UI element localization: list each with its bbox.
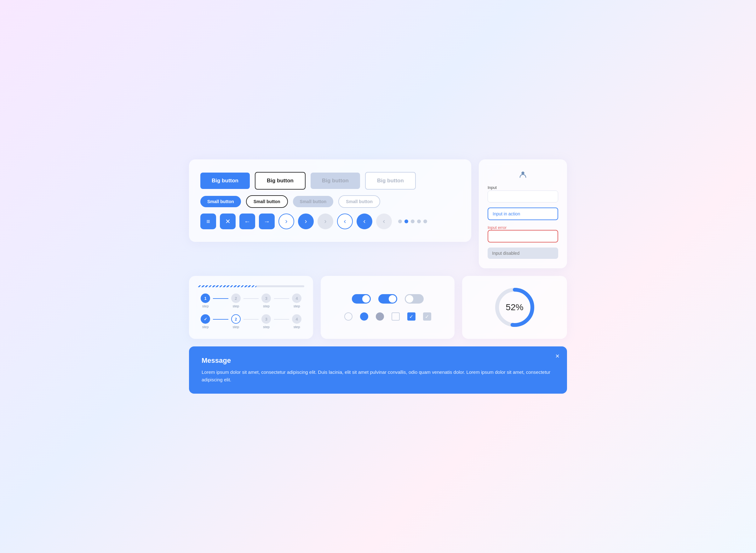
step2-3-circle[interactable]: 3 [261,314,271,324]
close-icon-button[interactable]: ✕ [220,214,236,229]
checkbox-row: ✓ ✓ [329,312,446,321]
big-buttons-row: Big button Big button Big button Big but… [200,172,460,189]
step2-1-label: step [202,325,209,329]
chevron-right-outline-button[interactable]: › [279,214,294,229]
big-button-outline[interactable]: Big button [255,172,306,189]
step2-1-circle[interactable]: ✓ [201,314,210,324]
dot-2[interactable] [404,220,408,223]
progress-circle-panel: 52% [462,276,567,339]
chevron-left-filled-button[interactable]: ‹ [357,214,372,229]
step2-2-circle[interactable]: 2 [231,314,241,324]
toggle-knob-2 [389,295,396,303]
progress-circle-text: 52% [506,302,524,312]
input-disabled-field [487,247,558,259]
step2-connector-2-3 [243,319,258,320]
step-connector-3-4 [274,298,289,299]
toggle-on-1[interactable] [352,294,371,304]
big-button-disabled-outline: Big button [365,172,416,189]
small-button-disabled-outline: Small button [338,195,380,208]
step2-4-circle[interactable]: 4 [292,314,301,324]
step2-2-label: step [232,325,239,329]
checkbox-checked-gray: ✓ [423,312,431,321]
step2-connector-1-2 [213,319,228,320]
message-close-button[interactable]: × [555,353,559,360]
message-banner: × Message Lorem ipsum dolor sit amet, co… [189,346,567,394]
step-1-circle[interactable]: 1 [201,294,210,303]
stepper-panel: 1 step 2 step 3 step 4 [189,276,313,339]
top-section: Big button Big button Big button Big but… [189,159,567,268]
input-panel: Input Input error [479,159,567,268]
message-title: Message [202,357,554,365]
radio-filled[interactable] [360,312,368,321]
dot-1[interactable] [398,220,402,223]
checkbox-empty[interactable] [391,312,400,321]
arrow-left-icon-button[interactable]: ← [239,214,255,229]
toggle-row [329,294,446,304]
input-normal-group: Input [487,185,558,203]
big-button-primary[interactable]: Big button [200,173,250,189]
menu-icon-button[interactable]: ≡ [200,214,216,229]
main-container: Big button Big button Big button Big but… [189,159,567,394]
message-body: Lorem ipsum dolor sit amet, consectetur … [202,369,554,384]
chevron-right-filled-button[interactable]: › [298,214,314,229]
progress-bar-fill [198,285,256,287]
stepper-row-1: 1 step 2 step 3 step 4 [198,294,304,308]
chevron-left-disabled-button: ‹ [376,214,392,229]
stepper-steps-2: ✓ step 2 step 3 step 4 [198,314,304,329]
input-error-field[interactable] [487,230,558,242]
big-button-disabled-filled: Big button [311,173,360,189]
step-2-label: step [232,304,239,308]
progress-bar-container [198,285,304,287]
middle-section: 1 step 2 step 3 step 4 [189,276,567,339]
step2-2-item: 2 step [228,314,243,329]
step-4-circle[interactable]: 4 [292,294,301,303]
step2-4-label: step [294,325,300,329]
chevron-right-disabled-button: › [317,214,333,229]
radio-empty[interactable] [344,312,353,321]
step-3-circle[interactable]: 3 [261,294,271,303]
toggle-knob-3 [406,295,413,303]
step-connector-1-2 [213,298,228,299]
dot-group [398,220,427,223]
input-error-group: Input error [487,225,558,242]
input-active-field[interactable] [487,208,558,220]
progress-bar-wrapper [198,285,304,287]
toggle-panel: ✓ ✓ [321,276,455,339]
small-button-disabled-filled: Small button [293,196,333,207]
step-4-item: 4 step [289,294,304,308]
small-button-primary[interactable]: Small button [200,196,241,207]
input-disabled-group [487,247,558,259]
toggle-off[interactable] [405,294,424,304]
arrow-right-icon-button[interactable]: → [259,214,275,229]
step-1-item: 1 step [198,294,213,308]
svg-point-0 [521,172,524,174]
step-3-item: 3 step [258,294,274,308]
step-1-label: step [202,304,209,308]
progress-circle-wrapper: 52% [493,285,537,329]
input-normal-field[interactable] [487,190,558,203]
step2-3-label: step [263,325,270,329]
stepper-row-2: ✓ step 2 step 3 step 4 [198,314,304,329]
input-error-label: Input error [487,225,558,230]
step2-4-item: 4 step [289,314,304,329]
step-3-label: step [263,304,270,308]
step2-3-item: 3 step [258,314,274,329]
dot-4 [417,220,421,223]
user-avatar [517,169,529,180]
dot-3 [411,220,414,223]
small-button-outline[interactable]: Small button [246,195,288,208]
step-4-label: step [294,304,300,308]
input-normal-label: Input [487,185,558,190]
icon-buttons-row: ≡ ✕ ← → › › › ‹ ‹ ‹ [200,214,460,229]
checkbox-checked[interactable]: ✓ [407,312,415,321]
buttons-panel: Big button Big button Big button Big but… [189,159,471,242]
small-buttons-row: Small button Small button Small button S… [200,195,460,208]
toggle-on-2[interactable] [378,294,397,304]
radio-mid[interactable] [376,312,384,321]
step2-1-item: ✓ step [198,314,213,329]
step-2-item: 2 step [228,294,243,308]
toggle-knob-1 [362,295,370,303]
step-2-circle[interactable]: 2 [231,294,241,303]
chevron-left-outline-button[interactable]: ‹ [337,214,353,229]
stepper-steps-1: 1 step 2 step 3 step 4 [198,294,304,308]
